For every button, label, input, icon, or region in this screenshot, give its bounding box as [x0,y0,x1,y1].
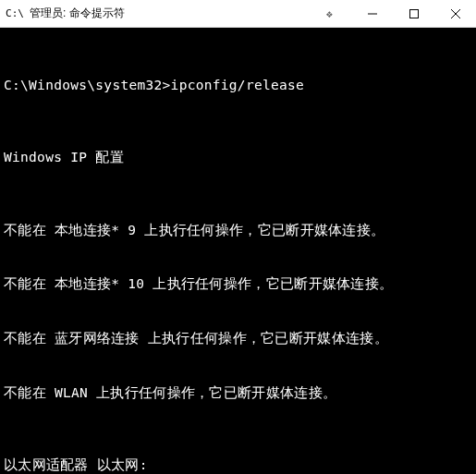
titlebar-marker: ❖ [326,7,333,20]
adapter-header-ethernet: 以太网适配器 以太网: [4,456,472,474]
error-line: 不能在 本地连接* 9 上执行任何操作，它已断开媒体连接。 [4,222,472,240]
command: ipconfig/release [171,78,304,92]
titlebar: C:\ 管理员: 命令提示符 ❖ [0,0,476,28]
maximize-button[interactable] [393,0,434,27]
error-line: 不能在 蓝牙网络连接 上执行任何操作，它已断开媒体连接。 [4,330,472,348]
minimize-button[interactable] [351,0,393,27]
error-line: 不能在 WLAN 上执行任何操作，它已断开媒体连接。 [4,384,472,403]
prompt: C:\Windows\system32> [4,78,171,92]
window-controls [351,0,476,27]
window-title: 管理员: 命令提示符 [30,6,308,21]
svg-rect-1 [409,9,418,18]
terminal-output[interactable]: C:\Windows\system32>ipconfig/release Win… [0,28,476,474]
close-icon [451,9,460,18]
minimize-icon [368,9,377,18]
config-header: Windows IP 配置 [4,149,472,167]
command-prompt-window: C:\ 管理员: 命令提示符 ❖ C:\Windows\system32>ipc… [0,0,476,474]
prompt-line: C:\Windows\system32>ipconfig/release [4,77,472,95]
maximize-icon [409,9,419,18]
app-icon: C:\ [7,6,22,21]
error-line: 不能在 本地连接* 10 上执行任何操作，它已断开媒体连接。 [4,275,472,294]
close-button[interactable] [434,0,476,27]
